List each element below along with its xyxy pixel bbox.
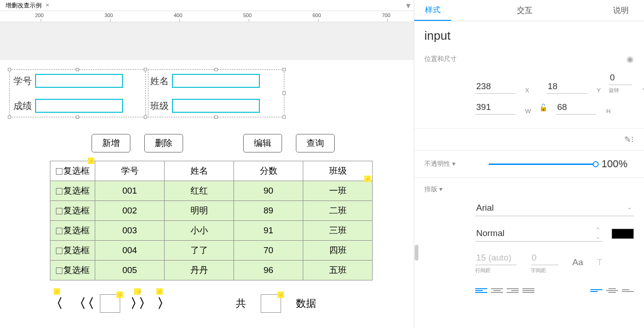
row-checkbox[interactable] [56, 188, 62, 194]
tab-style[interactable]: 样式 [414, 0, 451, 21]
row-checkbox[interactable] [56, 228, 62, 234]
delete-button[interactable]: 删除 [144, 134, 183, 152]
lightning-icon: ⚡ [88, 158, 94, 164]
row-checkbox[interactable] [56, 267, 62, 274]
checkbox-header[interactable] [56, 168, 62, 175]
visibility-icon[interactable]: ◉ [626, 54, 634, 64]
table-header-row: 复选框 学号 姓名 分数 班级 [50, 161, 373, 181]
data-label: 数据 [296, 297, 316, 310]
page-input[interactable]: ⚡ [100, 294, 120, 313]
label-score: 成绩 [13, 100, 32, 112]
inspector-tabs: 样式 交互 说明 [414, 0, 644, 21]
font-family-select[interactable]: Arial [475, 200, 634, 216]
align-justify-icon[interactable] [522, 286, 534, 295]
valign-top-icon[interactable] [590, 286, 602, 295]
input-id[interactable] [35, 74, 123, 88]
add-button[interactable]: 新增 [92, 134, 130, 152]
y-input[interactable] [547, 79, 587, 94]
form-row-score: 成绩 班级 [13, 99, 260, 113]
valign-bottom-icon[interactable] [622, 286, 634, 295]
edit-style-icon[interactable]: ✎⁝ [624, 134, 634, 145]
text-color-swatch[interactable] [612, 229, 634, 239]
header-class: 班级 [303, 161, 373, 181]
first-page-icon[interactable]: ⚡〈 [50, 295, 63, 312]
chevron-down-icon[interactable]: ▼ [405, 2, 412, 10]
opacity-value: 100% [601, 158, 634, 170]
width-input[interactable] [475, 100, 515, 115]
scrollbar-thumb[interactable] [415, 245, 418, 261]
next-page-icon[interactable]: ⚡〉〉 [130, 295, 147, 312]
text-transform-icon[interactable]: Aa [572, 257, 583, 267]
lock-icon[interactable]: 🔓 [539, 103, 548, 112]
label-id: 学号 [13, 75, 32, 87]
align-right-icon[interactable] [507, 286, 519, 295]
typography-label: 排版 ▾ [424, 185, 442, 194]
row-checkbox[interactable] [56, 208, 62, 214]
total-count-box[interactable]: ⚡ [261, 294, 281, 313]
letter-spacing-input[interactable] [531, 251, 558, 265]
data-table: 复选框 学号 姓名 分数 班级 复选框 001 红红 90 一班复选框 002 … [50, 161, 373, 280]
align-center-icon[interactable] [491, 286, 503, 295]
input-name[interactable] [172, 74, 260, 88]
edit-button[interactable]: 编辑 [243, 134, 282, 152]
label-name: 姓名 [150, 75, 169, 87]
opacity-slider[interactable] [489, 164, 596, 165]
tab-interact[interactable]: 交互 [451, 0, 598, 21]
input-class[interactable] [172, 99, 260, 113]
last-page-icon[interactable]: ⚡〉 [157, 295, 170, 312]
prev-page-icon[interactable]: 〈〈 [73, 295, 90, 312]
table-row[interactable]: 复选框 001 红红 90 一班 [50, 181, 373, 201]
horizontal-ruler: 200 300 400 500 600 700 [0, 11, 414, 22]
canvas-area: 增删改查示例 ✕ ▼ 200 300 400 500 600 700 [0, 0, 414, 328]
button-row: 新增 删除 编辑 查询 [92, 134, 414, 152]
form-row-id: 学号 姓名 [13, 74, 260, 88]
tab-note[interactable]: 说明 [598, 0, 644, 21]
query-button[interactable]: 查询 [296, 134, 335, 152]
x-input[interactable] [475, 79, 515, 94]
canvas-content[interactable]: 学号 姓名 成绩 班级 新增 删除 编辑 查询 ⚡ ⚡ [0, 60, 414, 313]
height-input[interactable] [556, 100, 596, 115]
header-name: 姓名 [165, 161, 234, 181]
v-align-group [590, 286, 634, 295]
label-class: 班级 [150, 100, 169, 112]
table-row[interactable]: 复选框 004 了了 70 四班 [50, 241, 373, 261]
inspector-panel: 样式 交互 说明 input 位置和尺寸 ◉ X Y 旋转 ° W 🔓 H ✎⁝ [414, 0, 644, 328]
input-score[interactable] [35, 99, 123, 113]
line-height-input[interactable] [475, 251, 517, 265]
pos-size-label: 位置和尺寸 [424, 55, 457, 63]
element-title: input [424, 29, 634, 43]
row-checkbox[interactable] [56, 248, 62, 254]
align-left-icon[interactable] [475, 286, 487, 295]
canvas-background [0, 22, 414, 60]
header-id: 学号 [95, 161, 165, 181]
pagination-row: ⚡〈 〈〈 ⚡ ⚡〉〉 ⚡〉 共 ⚡ 数据 [50, 294, 414, 313]
table-row[interactable]: 复选框 005 丹丹 96 五班 [50, 261, 373, 280]
stepper-icon[interactable]: ⌃⌄ [595, 226, 601, 240]
total-label: 共 [236, 297, 246, 310]
lightning-icon: ⚡ [364, 176, 371, 182]
table-row[interactable]: 复选框 002 明明 89 二班 [50, 201, 373, 221]
rotation-input[interactable] [609, 71, 632, 85]
opacity-label: 不透明性 ▾ [424, 160, 455, 168]
chevron-down-icon: ⌄ [627, 204, 632, 211]
table-row[interactable]: 复选框 003 小小 91 三班 [50, 221, 373, 241]
valign-middle-icon[interactable] [606, 286, 618, 295]
h-align-group [475, 286, 534, 295]
close-icon[interactable]: ✕ [45, 2, 49, 8]
tab-bar: 增删改查示例 ✕ ▼ [0, 0, 414, 11]
tab-title: 增删改查示例 [6, 1, 42, 10]
font-weight-select[interactable]: Normal [475, 225, 602, 242]
text-case-icon[interactable]: T [597, 257, 602, 267]
header-score: 分数 [234, 161, 303, 181]
page-tab[interactable]: 增删改查示例 ✕ [0, 0, 55, 11]
